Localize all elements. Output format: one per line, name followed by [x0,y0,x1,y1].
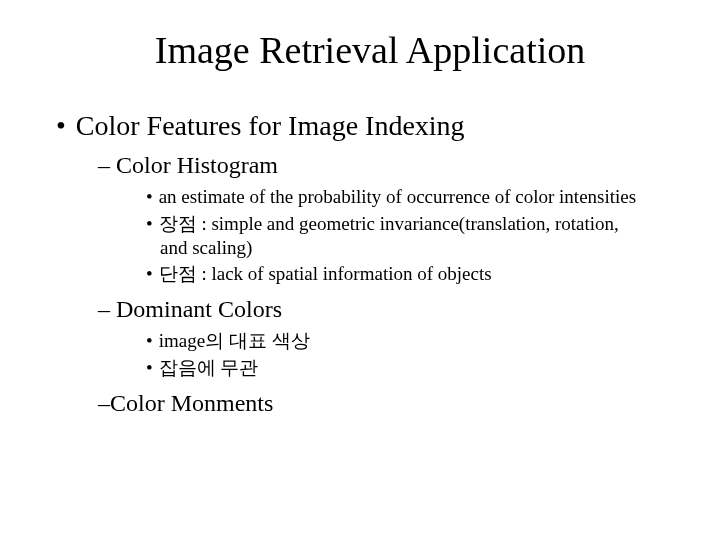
bullet-level1: •Color Features for Image Indexing [56,110,670,142]
dash-icon: – [98,152,110,178]
bullet-level3: •an estimate of the probability of occur… [160,185,670,209]
dot-icon: • [146,186,153,207]
bullet-level3: •잡음에 무관 [160,356,670,380]
dot-icon: • [146,213,153,234]
slide-title: Image Retrieval Application [80,28,660,72]
bullet-level2: –Dominant Colors [98,296,670,323]
l2-text: Color Histogram [116,152,278,178]
l1-text: Color Features for Image Indexing [76,110,465,141]
dot-icon: • [146,357,153,378]
l2-text: Dominant Colors [116,296,282,322]
dot-icon: • [146,330,153,351]
slide-container: Image Retrieval Application •Color Featu… [0,0,720,540]
dash-icon: – [98,296,110,322]
l3-text: 장점 : simple and geometric invariance(tra… [159,213,619,258]
bullet-level2: –Color Histogram [98,152,670,179]
subsection-dominant: –Dominant Colors •image의 대표 색상 •잡음에 무관 [50,296,670,380]
l3-text: image의 대표 색상 [159,330,310,351]
bullet-level3: •image의 대표 색상 [160,329,670,353]
bullet-level2-cutoff: –Color Monments [98,390,670,417]
l3-text: 잡음에 무관 [159,357,259,378]
l3-text: an estimate of the probability of occurr… [159,186,636,207]
l3-text: 단점 : lack of spatial information of obje… [159,263,492,284]
bullet-level3: •장점 : simple and geometric invariance(tr… [160,212,670,260]
bullet-disc-icon: • [56,110,66,141]
subsection-histogram: –Color Histogram •an estimate of the pro… [50,152,670,286]
l2-text: Color Monments [110,390,273,416]
bullet-level3: •단점 : lack of spatial information of obj… [160,262,670,286]
dot-icon: • [146,263,153,284]
dash-icon: – [98,390,110,416]
